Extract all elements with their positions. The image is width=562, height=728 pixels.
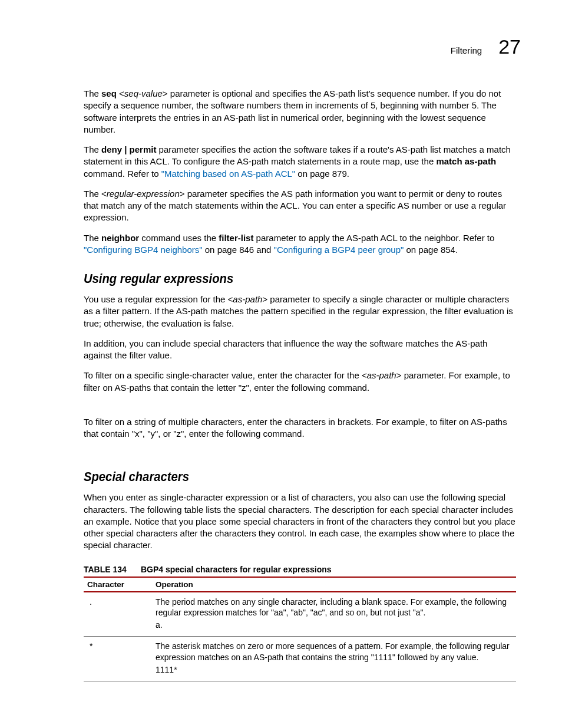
link-matching-aspath-acl[interactable]: "Matching based on AS-path ACL" — [161, 169, 295, 179]
paragraph-special-intro: When you enter as single-character expre… — [84, 492, 516, 551]
table-head-operation: Operation — [152, 577, 516, 592]
table-row: * The asterisk matches on zero or more s… — [84, 637, 516, 681]
heading-special-characters: Special characters — [84, 469, 481, 485]
paragraph-deny-permit: The deny | permit parameter specifies th… — [84, 144, 516, 180]
table-label: TABLE 134 — [84, 565, 127, 574]
cell-operation: The asterisk matches on zero or more seq… — [152, 637, 516, 681]
paragraph-regex-intro: You use a regular expression for the <as… — [84, 294, 516, 330]
paragraph-single-char: To filter on a specific single-character… — [84, 370, 516, 394]
table-row: . The period matches on any single chara… — [84, 592, 516, 637]
page-header: Filtering 27 — [41, 35, 521, 58]
link-configuring-bgp4-peer-group[interactable]: "Configuring a BGP4 peer group" — [274, 245, 404, 255]
table-special-characters: Character Operation . The period matches… — [84, 577, 516, 681]
paragraph-multi-char: To filter on a string of multiple charac… — [84, 416, 516, 440]
cell-character: . — [84, 592, 152, 637]
table-title: BGP4 special characters for regular expr… — [141, 565, 332, 574]
link-configuring-bgp4-neighbors[interactable]: "Configuring BGP4 neighbors" — [84, 245, 203, 255]
cell-character: * — [84, 637, 152, 681]
header-section-label: Filtering — [451, 45, 482, 55]
paragraph-seq: The seq <seq-value> parameter is optiona… — [84, 88, 516, 136]
body-content: The seq <seq-value> parameter is optiona… — [84, 88, 516, 681]
table-head-character: Character — [84, 577, 152, 592]
table-caption: TABLE 134BGP4 special characters for reg… — [84, 565, 516, 574]
paragraph-regex-param: The <regular-expression> parameter speci… — [84, 188, 516, 224]
heading-using-regular-expressions: Using regular expressions — [84, 271, 481, 286]
header-chapter-number: 27 — [498, 35, 521, 58]
paragraph-neighbor: The neighbor command uses the filter-lis… — [84, 232, 516, 256]
paragraph-special-include: In addition, you can include special cha… — [84, 338, 516, 362]
cell-operation: The period matches on any single charact… — [152, 592, 516, 637]
